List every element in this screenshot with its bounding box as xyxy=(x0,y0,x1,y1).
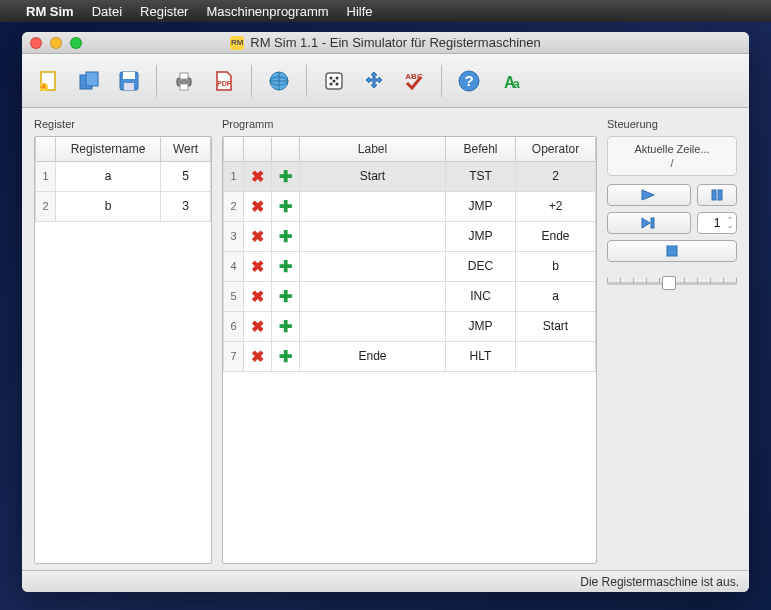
app-menu[interactable]: RM Sim xyxy=(26,4,74,19)
insert-row-button[interactable]: ✚ xyxy=(272,311,300,341)
command-cell[interactable]: JMP xyxy=(446,221,516,251)
menu-hilfe[interactable]: Hilfe xyxy=(347,4,373,19)
command-cell[interactable]: TST xyxy=(446,161,516,191)
zoom-button[interactable] xyxy=(70,37,82,49)
delete-row-button[interactable]: ✖ xyxy=(244,251,272,281)
minimize-button[interactable] xyxy=(50,37,62,49)
syntax-check-button[interactable]: ABC xyxy=(397,64,431,98)
menu-maschinenprogramm[interactable]: Maschinenprogramm xyxy=(206,4,328,19)
row-number: 5 xyxy=(224,281,244,311)
stop-button[interactable] xyxy=(607,240,737,262)
table-row[interactable]: 4 ✖ ✚ DEC b xyxy=(224,251,596,281)
move-button[interactable] xyxy=(357,64,391,98)
label-cell[interactable]: Start xyxy=(300,161,446,191)
command-header[interactable]: Befehl xyxy=(446,137,516,161)
slider-thumb[interactable] xyxy=(662,276,676,290)
delete-row-button[interactable]: ✖ xyxy=(244,311,272,341)
new-button[interactable] xyxy=(32,64,66,98)
operator-cell[interactable]: +2 xyxy=(516,191,596,221)
menu-datei[interactable]: Datei xyxy=(92,4,122,19)
menu-register[interactable]: Register xyxy=(140,4,188,19)
register-table[interactable]: Registername Wert 1 a 52 b 3 xyxy=(35,137,211,222)
insert-row-button[interactable]: ✚ xyxy=(272,281,300,311)
help-button[interactable]: ? xyxy=(452,64,486,98)
speed-slider[interactable] xyxy=(607,274,737,292)
label-cell[interactable] xyxy=(300,311,446,341)
insert-row-button[interactable]: ✚ xyxy=(272,341,300,371)
insert-row-button[interactable]: ✚ xyxy=(272,251,300,281)
insert-row-button[interactable]: ✚ xyxy=(272,161,300,191)
table-row[interactable]: 2 b 3 xyxy=(36,191,211,221)
register-value-header[interactable]: Wert xyxy=(161,137,211,161)
delete-row-button[interactable]: ✖ xyxy=(244,191,272,221)
svg-text:?: ? xyxy=(464,72,473,89)
label-cell[interactable] xyxy=(300,191,446,221)
table-row[interactable]: 1 ✖ ✚ Start TST 2 xyxy=(224,161,596,191)
window-title: RM RM Sim 1.1 - Ein Simulator für Regist… xyxy=(230,35,540,50)
table-row[interactable]: 3 ✖ ✚ JMP Ende xyxy=(224,221,596,251)
save-button[interactable] xyxy=(112,64,146,98)
delete-icon: ✖ xyxy=(251,168,264,185)
register-panel: Register Registername Wert 1 a 52 b 3 xyxy=(34,118,212,564)
command-cell[interactable]: HLT xyxy=(446,341,516,371)
operator-cell[interactable]: Ende xyxy=(516,221,596,251)
label-header[interactable]: Label xyxy=(300,137,446,161)
delete-col-header xyxy=(244,137,272,161)
register-value-cell[interactable]: 5 xyxy=(161,161,211,191)
row-number: 4 xyxy=(224,251,244,281)
step-count-stepper[interactable]: 1 xyxy=(697,212,737,234)
operator-cell[interactable]: a xyxy=(516,281,596,311)
open-button[interactable] xyxy=(72,64,106,98)
row-number: 7 xyxy=(224,341,244,371)
operator-header[interactable]: Operator xyxy=(516,137,596,161)
table-row[interactable]: 6 ✖ ✚ JMP Start xyxy=(224,311,596,341)
delete-row-button[interactable]: ✖ xyxy=(244,161,272,191)
operator-cell[interactable]: 2 xyxy=(516,161,596,191)
random-button[interactable] xyxy=(317,64,351,98)
export-pdf-button[interactable]: PDF xyxy=(207,64,241,98)
program-table[interactable]: Label Befehl Operator 1 ✖ ✚ Start TST 22… xyxy=(223,137,596,372)
play-button[interactable] xyxy=(607,184,691,206)
add-icon: ✚ xyxy=(279,258,292,275)
control-panel-label: Steuerung xyxy=(607,118,737,130)
table-row[interactable]: 5 ✖ ✚ INC a xyxy=(224,281,596,311)
table-row[interactable]: 7 ✖ ✚ Ende HLT xyxy=(224,341,596,371)
command-cell[interactable]: DEC xyxy=(446,251,516,281)
register-name-header[interactable]: Registername xyxy=(56,137,161,161)
label-cell[interactable] xyxy=(300,281,446,311)
delete-row-button[interactable]: ✖ xyxy=(244,281,272,311)
label-cell[interactable]: Ende xyxy=(300,341,446,371)
add-icon: ✚ xyxy=(279,348,292,365)
control-panel: Steuerung Aktuelle Zeile... / 1 xyxy=(607,118,737,564)
toolbar: PDF ABC ? Aa xyxy=(22,54,749,108)
label-cell[interactable] xyxy=(300,221,446,251)
svg-rect-3 xyxy=(86,72,98,86)
close-button[interactable] xyxy=(30,37,42,49)
table-row[interactable]: 1 a 5 xyxy=(36,161,211,191)
current-line-value: / xyxy=(614,157,730,169)
delete-row-button[interactable]: ✖ xyxy=(244,221,272,251)
table-row[interactable]: 2 ✖ ✚ JMP +2 xyxy=(224,191,596,221)
register-value-cell[interactable]: 3 xyxy=(161,191,211,221)
pause-button[interactable] xyxy=(697,184,737,206)
delete-icon: ✖ xyxy=(251,348,264,365)
delete-icon: ✖ xyxy=(251,258,264,275)
operator-cell[interactable]: Start xyxy=(516,311,596,341)
insert-row-button[interactable]: ✚ xyxy=(272,221,300,251)
operator-cell[interactable]: b xyxy=(516,251,596,281)
program-panel-label: Programm xyxy=(222,118,597,130)
command-cell[interactable]: JMP xyxy=(446,191,516,221)
insert-row-button[interactable]: ✚ xyxy=(272,191,300,221)
operator-cell[interactable] xyxy=(516,341,596,371)
command-cell[interactable]: JMP xyxy=(446,311,516,341)
web-button[interactable] xyxy=(262,64,296,98)
register-name-cell[interactable]: b xyxy=(56,191,161,221)
svg-point-18 xyxy=(333,79,336,82)
font-button[interactable]: Aa xyxy=(492,64,526,98)
label-cell[interactable] xyxy=(300,251,446,281)
delete-row-button[interactable]: ✖ xyxy=(244,341,272,371)
register-name-cell[interactable]: a xyxy=(56,161,161,191)
step-button[interactable] xyxy=(607,212,691,234)
print-button[interactable] xyxy=(167,64,201,98)
command-cell[interactable]: INC xyxy=(446,281,516,311)
